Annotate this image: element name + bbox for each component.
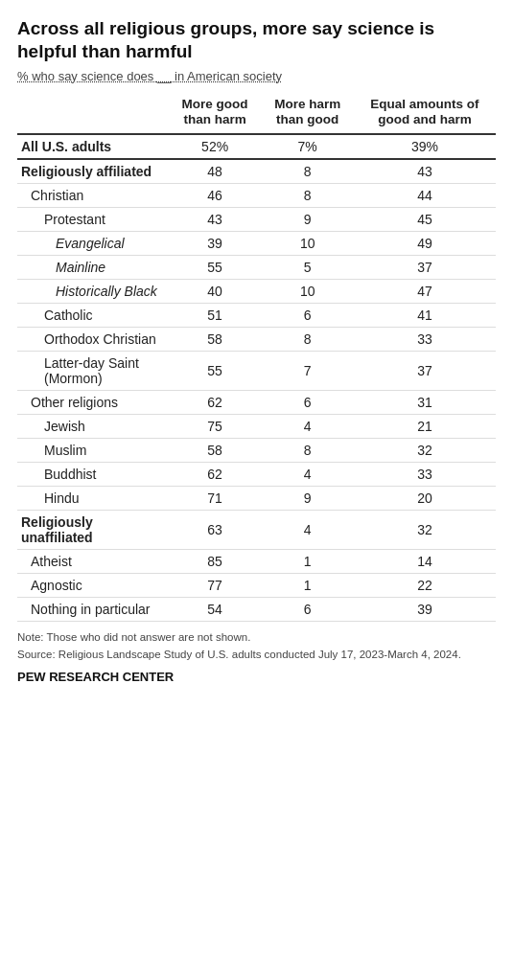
row-good: 58 [169, 438, 262, 462]
row-equal: 44 [354, 183, 496, 207]
row-equal: 32 [354, 438, 496, 462]
row-good: 46 [169, 183, 262, 207]
row-equal: 49 [354, 231, 496, 255]
table-row: Protestant43945 [17, 207, 496, 231]
row-harm: 8 [261, 438, 354, 462]
table-row: Nothing in particular54639 [17, 597, 496, 621]
table-row: Other religions62631 [17, 390, 496, 414]
row-harm: 4 [261, 510, 354, 549]
row-good: 48 [169, 159, 262, 184]
table-row: Mainline55537 [17, 255, 496, 279]
row-harm: 8 [261, 159, 354, 184]
note: Note: Those who did not answer are not s… [17, 629, 496, 645]
row-label: Atheist [17, 549, 169, 573]
row-label: Agnostic [17, 573, 169, 597]
table-row: Christian46844 [17, 183, 496, 207]
table-row: Muslim58832 [17, 438, 496, 462]
table-row: Historically Black401047 [17, 279, 496, 303]
row-good: 43 [169, 207, 262, 231]
row-equal: 39% [354, 134, 496, 159]
table-row: Agnostic77122 [17, 573, 496, 597]
row-equal: 20 [354, 486, 496, 510]
subtitle-blank: __ [157, 69, 171, 83]
row-good: 54 [169, 597, 262, 621]
row-label: Evangelical [17, 231, 169, 255]
row-harm: 6 [261, 597, 354, 621]
row-harm: 5 [261, 255, 354, 279]
row-good: 39 [169, 231, 262, 255]
subtitle-suffix: in American society [171, 69, 282, 83]
row-harm: 1 [261, 549, 354, 573]
row-good: 75 [169, 414, 262, 438]
row-equal: 31 [354, 390, 496, 414]
row-label: Buddhist [17, 462, 169, 486]
row-equal: 45 [354, 207, 496, 231]
table-row: Orthodox Christian58833 [17, 327, 496, 351]
row-equal: 14 [354, 549, 496, 573]
table-row: Atheist85114 [17, 549, 496, 573]
table-row: Catholic51641 [17, 303, 496, 327]
row-label: All U.S. adults [17, 134, 169, 159]
row-good: 55 [169, 351, 262, 390]
row-equal: 22 [354, 573, 496, 597]
row-harm: 9 [261, 207, 354, 231]
row-label: Muslim [17, 438, 169, 462]
row-label: Protestant [17, 207, 169, 231]
row-good: 71 [169, 486, 262, 510]
row-harm: 4 [261, 414, 354, 438]
row-harm: 10 [261, 279, 354, 303]
table-row: Religiously unaffiliated63432 [17, 510, 496, 549]
row-equal: 41 [354, 303, 496, 327]
row-label: Orthodox Christian [17, 327, 169, 351]
row-harm: 1 [261, 573, 354, 597]
pew-label: PEW RESEARCH CENTER [17, 670, 496, 684]
row-label: Christian [17, 183, 169, 207]
row-good: 52% [169, 134, 262, 159]
row-good: 77 [169, 573, 262, 597]
main-title: Across all religious groups, more say sc… [17, 17, 496, 63]
row-equal: 21 [354, 414, 496, 438]
subtitle: % who say science does __ in American so… [17, 69, 496, 83]
row-good: 40 [169, 279, 262, 303]
row-label: Other religions [17, 390, 169, 414]
row-harm: 6 [261, 303, 354, 327]
row-harm: 6 [261, 390, 354, 414]
table-row: All U.S. adults52%7%39% [17, 134, 496, 159]
table-row: Evangelical391049 [17, 231, 496, 255]
row-harm: 8 [261, 327, 354, 351]
source: Source: Religious Landscape Study of U.S… [17, 647, 496, 662]
row-label: Religiously affiliated [17, 159, 169, 184]
col-header-equal: Equal amounts of good and harm [354, 93, 496, 134]
table-row: Religiously affiliated48843 [17, 159, 496, 184]
row-label: Religiously unaffiliated [17, 510, 169, 549]
row-harm: 7% [261, 134, 354, 159]
row-equal: 47 [354, 279, 496, 303]
table-row: Hindu71920 [17, 486, 496, 510]
row-harm: 9 [261, 486, 354, 510]
row-label: Nothing in particular [17, 597, 169, 621]
row-good: 85 [169, 549, 262, 573]
row-harm: 8 [261, 183, 354, 207]
row-good: 63 [169, 510, 262, 549]
table-row: Jewish75421 [17, 414, 496, 438]
table-row: Latter-day Saint (Mormon)55737 [17, 351, 496, 390]
data-table: More good than harm More harm than good … [17, 93, 496, 622]
row-good: 62 [169, 462, 262, 486]
row-equal: 32 [354, 510, 496, 549]
table-row: Buddhist62433 [17, 462, 496, 486]
row-good: 51 [169, 303, 262, 327]
row-label: Hindu [17, 486, 169, 510]
col-header-group [17, 93, 169, 134]
row-equal: 33 [354, 327, 496, 351]
subtitle-prefix: % who say science does [17, 69, 157, 83]
row-harm: 7 [261, 351, 354, 390]
col-header-good: More good than harm [169, 93, 262, 134]
row-good: 62 [169, 390, 262, 414]
row-equal: 37 [354, 255, 496, 279]
row-equal: 33 [354, 462, 496, 486]
row-label: Jewish [17, 414, 169, 438]
row-label: Historically Black [17, 279, 169, 303]
row-good: 58 [169, 327, 262, 351]
row-equal: 39 [354, 597, 496, 621]
row-equal: 43 [354, 159, 496, 184]
